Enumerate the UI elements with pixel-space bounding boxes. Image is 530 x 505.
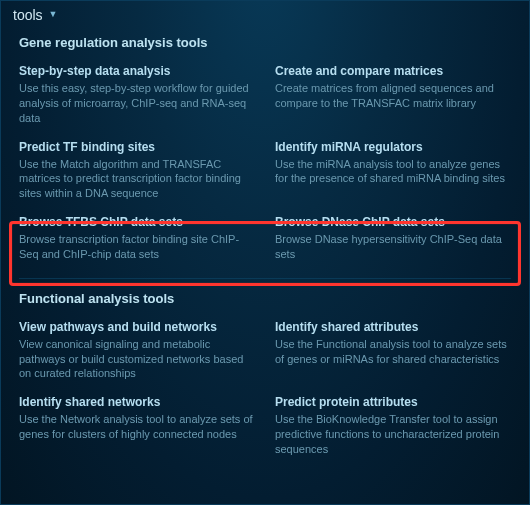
item-title: Identify shared networks [19, 395, 255, 410]
item-desc: Use the Functional analysis tool to anal… [275, 337, 511, 367]
item-desc: Browse DNase hypersensitivity ChIP-Seq d… [275, 232, 511, 262]
tools-header-label: tools [13, 7, 43, 23]
section-divider [19, 278, 511, 279]
item-desc: Use the Match algorithm and TRANSFAC mat… [19, 157, 255, 202]
item-desc: Browse transcription factor binding site… [19, 232, 255, 262]
item-title: Create and compare matrices [275, 64, 511, 79]
item-desc: Use the BioKnowledge Transfer tool to as… [275, 412, 511, 457]
item-title: Predict TF binding sites [19, 140, 255, 155]
item-title: Predict protein attributes [275, 395, 511, 410]
item-desc: Create matrices from aligned sequences a… [275, 81, 511, 111]
functional-grid: View pathways and build networks View ca… [1, 312, 529, 463]
item-desc: Use this easy, step-by-step workflow for… [19, 81, 255, 126]
item-title: Identify shared attributes [275, 320, 511, 335]
item-title: Identify miRNA regulators [275, 140, 511, 155]
item-predict-protein-attributes[interactable]: Predict protein attributes Use the BioKn… [275, 395, 511, 457]
item-desc: Use the Network analysis tool to analyze… [19, 412, 255, 442]
item-identify-shared-attributes[interactable]: Identify shared attributes Use the Funct… [275, 320, 511, 382]
tools-panel: tools ▼ Gene regulation analysis tools S… [0, 0, 530, 505]
item-browse-dnase-chip[interactable]: Browse DNase ChIP data sets Browse DNase… [275, 215, 511, 262]
item-desc: Use the miRNA analysis tool to analyze g… [275, 157, 511, 187]
tools-header[interactable]: tools ▼ [1, 1, 529, 29]
item-view-pathways[interactable]: View pathways and build networks View ca… [19, 320, 255, 382]
item-identify-shared-networks[interactable]: Identify shared networks Use the Network… [19, 395, 255, 457]
item-identify-mirna[interactable]: Identify miRNA regulators Use the miRNA … [275, 140, 511, 202]
item-title: Browse DNase ChIP data sets [275, 215, 511, 230]
item-title: Browse TFBS ChIP data sets [19, 215, 255, 230]
item-desc: View canonical signaling and metabolic p… [19, 337, 255, 382]
section-title-gene-regulation: Gene regulation analysis tools [1, 29, 529, 56]
item-title: Step-by-step data analysis [19, 64, 255, 79]
item-browse-tfbs-chip[interactable]: Browse TFBS ChIP data sets Browse transc… [19, 215, 255, 262]
item-title: View pathways and build networks [19, 320, 255, 335]
gene-regulation-grid: Step-by-step data analysis Use this easy… [1, 56, 529, 268]
item-create-compare-matrices[interactable]: Create and compare matrices Create matri… [275, 64, 511, 126]
chevron-down-icon: ▼ [49, 9, 58, 19]
item-step-by-step[interactable]: Step-by-step data analysis Use this easy… [19, 64, 255, 126]
section-title-functional: Functional analysis tools [1, 279, 529, 312]
item-predict-tf-binding[interactable]: Predict TF binding sites Use the Match a… [19, 140, 255, 202]
